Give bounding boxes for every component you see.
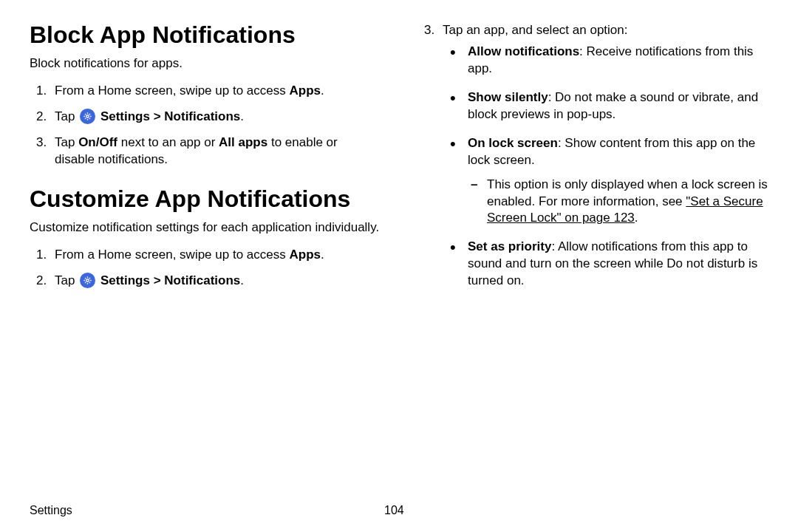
step-3: Tap On/Off next to an app or All apps to… [50,134,381,168]
allapps-label: All apps [219,135,267,149]
onoff-label: On/Off [78,135,117,149]
step-1: From a Home screen, swipe up to access A… [50,83,381,100]
footer-section: Settings [30,504,384,517]
step-2: Tap Settings > Notifications. [50,109,381,126]
tap-label: Tap [55,109,75,123]
option-title: Set as priority [468,239,551,253]
settings-path: Settings > Notifications [100,273,240,287]
option-title: On lock screen [468,136,558,150]
sub-note-list: This option is only displayed when a loc… [468,177,768,228]
svg-point-0 [86,115,89,117]
sub-note: This option is only displayed when a loc… [484,177,768,228]
step-3: Tap an app, and select an option: Allow … [438,22,768,290]
step-text: From a Home screen, swipe up to access [55,248,289,262]
heading-customize-app-notifications: Customize App Notifications [30,186,381,212]
step-text: next to an app or [117,135,219,149]
apps-label: Apps [289,248,321,262]
intro-block: Block notifications for apps. [30,55,381,72]
option-silent: Show silently: Do not make a sound or vi… [463,89,768,123]
period: . [240,109,244,123]
step-1: From a Home screen, swipe up to access A… [50,247,381,264]
option-lockscreen: On lock screen: Show content from this a… [463,135,768,228]
step-text: Tap [55,135,78,149]
steps-customize-cont: Tap an app, and select an option: Allow … [417,22,768,290]
period: . [240,273,244,287]
period: . [635,211,638,225]
step-2: Tap Settings > Notifications. [50,273,381,290]
step-text: From a Home screen, swipe up to access [55,83,289,98]
page-footer: Settings 104 [30,497,768,517]
option-list: Allow notifications: Receive notificatio… [443,44,768,290]
settings-icon [80,109,95,124]
step-text: Tap an app, and select an option: [443,23,627,37]
settings-icon [80,273,95,288]
settings-path: Settings > Notifications [100,109,240,123]
option-title: Show silently [468,90,548,104]
option-allow: Allow notifications: Receive notificatio… [463,44,768,78]
period: . [321,248,324,262]
tap-label: Tap [55,273,75,287]
steps-customize: From a Home screen, swipe up to access A… [30,247,381,290]
period: . [321,83,324,98]
footer-page-number: 104 [384,504,404,517]
svg-point-1 [86,279,89,282]
option-title: Allow notifications [468,44,579,58]
option-priority: Set as priority: Allow notifications fro… [463,239,768,290]
apps-label: Apps [289,83,321,98]
intro-customize: Customize notification settings for each… [30,219,381,236]
heading-block-app-notifications: Block App Notifications [30,22,381,48]
steps-block: From a Home screen, swipe up to access A… [30,83,381,168]
